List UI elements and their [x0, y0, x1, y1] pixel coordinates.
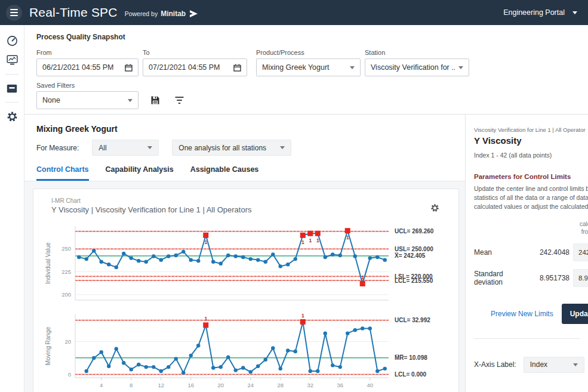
svg-text:1: 1	[204, 239, 207, 245]
sidebar-item-reports[interactable]	[4, 53, 20, 68]
filter-options-button[interactable]	[172, 93, 186, 107]
calculated-column-header: calculated from data	[474, 220, 588, 236]
svg-text:12: 12	[158, 382, 164, 388]
svg-text:4: 4	[100, 382, 103, 388]
chevron-down-icon	[147, 146, 152, 149]
process-title: Mixing Greek Yogurt	[36, 124, 453, 134]
preview-new-limits-link[interactable]: Preview New Limits	[491, 310, 553, 318]
xaxis-label: X-Axis Label:	[474, 360, 516, 369]
from-field: From 06/21/2021 04:55 PM	[36, 49, 138, 76]
svg-text:1: 1	[316, 237, 319, 243]
panel-title: Y Viscosity	[474, 135, 588, 146]
svg-text:36: 36	[337, 382, 343, 388]
menu-button[interactable]	[6, 5, 22, 21]
filter-list-icon	[174, 96, 184, 104]
chart-type-label: I-MR Chart	[51, 197, 458, 204]
to-date-input[interactable]: 07/21/2021 04:55 PM	[143, 58, 247, 76]
svg-text:32: 32	[307, 382, 313, 388]
gauge-icon	[7, 35, 18, 47]
svg-text:8: 8	[130, 382, 133, 388]
tab-assignable-causes[interactable]: Assignable Causes	[190, 165, 259, 181]
chart-title: Y Viscosity | Viscosity Verification for…	[51, 205, 458, 214]
moving-range-chart: 200UCL= 32.992M̅R̅= 10.098LCL= 0.0004812…	[42, 311, 448, 392]
right-panel: Viscosity Verification for Line 1 | All …	[465, 115, 588, 392]
svg-text:X̅= 242.405: X̅= 242.405	[395, 252, 426, 259]
minitab-logo-icon	[189, 10, 198, 17]
individual-chart: 250225200UCL= 269.260USL= 250.000X̅= 242…	[42, 223, 448, 303]
product-select[interactable]: Mixing Greek Yogurt	[256, 58, 361, 76]
app-header: Real-Time SPC Powered by Minitab Enginee…	[0, 0, 588, 25]
stdev-label: Standard deviation	[474, 270, 531, 286]
to-date-value: 07/21/2021 04:55 PM	[149, 63, 233, 72]
svg-text:LCL= 215.550: LCL= 215.550	[395, 277, 433, 284]
mean-input[interactable]: 242.4048	[573, 243, 588, 261]
stdev-calculated-value: 8.951738	[531, 274, 569, 282]
calendar-icon[interactable]	[125, 64, 133, 72]
sidebar-item-settings[interactable]	[4, 109, 20, 124]
xaxis-select[interactable]: Index	[524, 357, 584, 373]
mean-label: Mean	[474, 248, 531, 257]
svg-text:1: 1	[204, 316, 207, 322]
svg-text:LCL= 0.000: LCL= 0.000	[395, 371, 427, 378]
saved-filters-field: Saved Filters None	[36, 82, 138, 109]
sidebar-divider	[5, 74, 19, 75]
station-field: Station Viscosity Verification for ...	[365, 49, 469, 76]
station-select[interactable]: Viscosity Verification for ...	[365, 58, 469, 76]
svg-text:UCL= 269.260: UCL= 269.260	[395, 228, 434, 234]
mean-calculated-value: 242.4048	[531, 248, 569, 257]
tab-control-charts[interactable]: Control Charts	[36, 165, 89, 181]
svg-text:24: 24	[247, 382, 254, 388]
station-value: Viscosity Verification for ...	[371, 63, 455, 72]
product-value: Mixing Greek Yogurt	[262, 63, 346, 72]
sidebar-item-dashboard[interactable]	[4, 33, 20, 48]
svg-text:250: 250	[61, 245, 71, 252]
xaxis-value: Index	[530, 360, 569, 369]
portal-selector[interactable]: Engineering Portal	[503, 8, 577, 17]
save-filter-button[interactable]	[148, 93, 162, 107]
parameters-description: Update the center line and control limit…	[474, 184, 588, 212]
svg-text:1: 1	[361, 274, 364, 280]
product-field: Product/Process Mixing Greek Yogurt	[256, 49, 361, 76]
svg-text:Individual Value: Individual Value	[45, 242, 51, 284]
stdev-input[interactable]: 8.951738	[573, 269, 588, 287]
sidebar-divider	[5, 102, 19, 103]
powered-by: Powered by Minitab	[125, 10, 198, 18]
product-label: Product/Process	[256, 49, 361, 56]
tab-capability-analysis[interactable]: Capability Analysis	[106, 165, 174, 181]
svg-text:40: 40	[367, 382, 373, 388]
svg-text:20: 20	[217, 382, 224, 388]
analysis-mode-select[interactable]: One analysis for all stations	[172, 140, 291, 156]
chart-settings-button[interactable]	[430, 203, 439, 212]
panel-subtitle: Viscosity Verification for Line 1 | All …	[474, 126, 586, 133]
saved-filters-select[interactable]: None	[36, 91, 138, 109]
update-control-limits-button[interactable]: Update Control Limits	[562, 304, 588, 324]
chevron-down-icon	[572, 11, 577, 14]
app-root: Real-Time SPC Powered by Minitab Enginee…	[0, 0, 588, 392]
gear-icon	[7, 111, 18, 122]
sidebar	[0, 25, 24, 392]
analysis-mode-value: One analysis for all stations	[178, 144, 276, 152]
mean-row: Mean 242.4048 242.4048	[474, 243, 588, 261]
main-area: Mixing Greek Yogurt For Measure: All One…	[24, 115, 465, 392]
panel-index-range: Index 1 - 42 (all data points)	[474, 152, 588, 159]
chevron-down-icon	[350, 66, 355, 69]
measure-select[interactable]: All	[92, 140, 159, 156]
calendar-icon[interactable]	[233, 64, 241, 72]
parameters-title: Parameters for Control Limits	[474, 173, 588, 180]
for-measure-label: For Measure:	[36, 144, 79, 152]
svg-text:UCL= 32.992: UCL= 32.992	[395, 317, 430, 323]
from-date-value: 06/21/2021 04:55 PM	[42, 63, 125, 72]
svg-text:16: 16	[187, 382, 194, 388]
storage-box-icon	[7, 84, 17, 93]
portal-name: Engineering Portal	[503, 8, 565, 17]
svg-text:20: 20	[64, 338, 71, 345]
panel-divider	[474, 338, 580, 339]
sidebar-item-data[interactable]	[4, 81, 20, 96]
tab-bar: Control Charts Capability Analysis Assig…	[24, 165, 465, 181]
from-date-input[interactable]: 06/21/2021 04:55 PM	[36, 58, 138, 76]
station-label: Station	[365, 49, 469, 56]
from-label: From	[36, 49, 138, 56]
svg-text:1: 1	[301, 313, 304, 319]
to-field: To 07/21/2021 04:55 PM	[143, 49, 247, 76]
to-label: To	[143, 49, 247, 56]
